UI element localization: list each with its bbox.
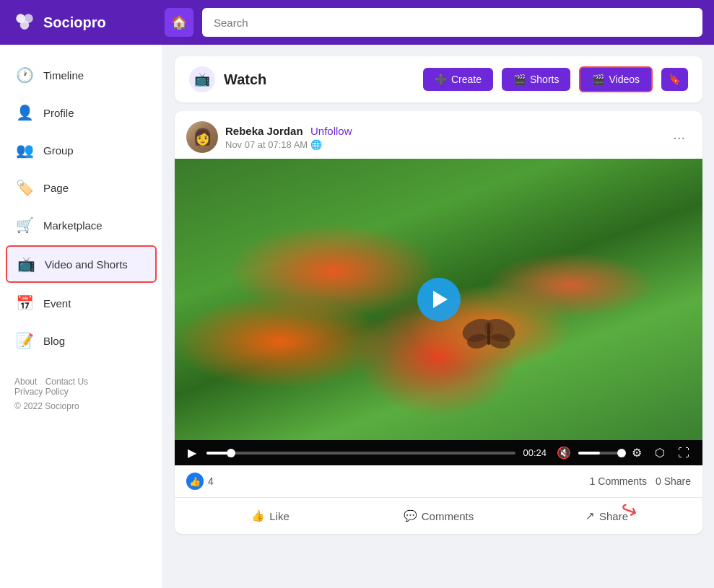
create-button[interactable]: ➕ Create xyxy=(423,68,493,91)
bookmark-button[interactable]: 🔖 xyxy=(661,68,688,91)
logo: Sociopro xyxy=(12,9,156,35)
video-controls: ▶ 00:24 🔇 xyxy=(175,440,702,465)
avatar-image: 👩 xyxy=(186,121,218,153)
comments-stat: 1 Comments xyxy=(590,475,647,487)
share-label: Share xyxy=(664,475,691,487)
post-meta: Rebeka Jordan Unfollow Nov 07 at 07:18 A… xyxy=(225,125,660,150)
header: Sociopro 🏠 xyxy=(0,0,714,45)
watch-header: 📺 Watch ➕ Create 🎬 Shorts 🎬 Videos 🔖 xyxy=(175,56,702,102)
sidebar-label-group: Group xyxy=(43,144,74,157)
group-icon: 👥 xyxy=(14,140,35,160)
unfollow-button[interactable]: Unfollow xyxy=(310,125,352,137)
timestamp-text: Nov 07 at 07:18 AM xyxy=(225,139,308,150)
post-reactions: 👍 4 1 Comments 0 Share xyxy=(175,465,702,498)
comments-label: Comments xyxy=(598,475,647,487)
comment-icon: 💬 xyxy=(404,509,417,522)
sidebar-label-marketplace: Marketplace xyxy=(43,219,103,232)
contact-us-link[interactable]: Contact Us xyxy=(45,377,88,387)
butterfly-decoration xyxy=(460,312,518,356)
watch-title: Watch xyxy=(224,71,414,88)
volume-fill xyxy=(578,452,600,455)
svg-point-2 xyxy=(20,20,30,30)
pip-button[interactable]: ⬡ xyxy=(652,446,668,460)
copyright-text: © 2022 Sociopro xyxy=(14,401,79,411)
post-card: 👩 Rebeka Jordan Unfollow Nov 07 at 07:18… xyxy=(175,111,702,534)
settings-button[interactable]: ⚙ xyxy=(629,446,645,460)
videos-label: Videos xyxy=(609,74,640,85)
sidebar-item-marketplace[interactable]: 🛒 Marketplace xyxy=(0,206,162,244)
sidebar-label-page: Page xyxy=(43,182,69,194)
sidebar-item-event[interactable]: 📅 Event xyxy=(0,284,162,322)
profile-icon: 👤 xyxy=(14,102,35,123)
sidebar-item-page[interactable]: 🏷️ Page xyxy=(0,169,162,206)
sidebar-item-blog[interactable]: 📝 Blog xyxy=(0,322,162,359)
plus-icon: ➕ xyxy=(435,74,447,85)
share-button[interactable]: ↗ Share xyxy=(523,502,691,530)
globe-icon: 🌐 xyxy=(310,139,322,150)
like-label: Like xyxy=(269,510,289,522)
logo-text: Sociopro xyxy=(43,14,106,31)
volume-bar[interactable] xyxy=(578,452,622,455)
post-header: 👩 Rebeka Jordan Unfollow Nov 07 at 07:18… xyxy=(175,111,702,159)
sidebar-item-group[interactable]: 👥 Group xyxy=(0,131,162,169)
videos-button[interactable]: 🎬 Videos xyxy=(579,66,653,92)
play-button[interactable] xyxy=(417,278,461,321)
comments-count: 1 xyxy=(590,475,596,487)
film-icon: 🎬 xyxy=(513,74,526,85)
marketplace-icon: 🛒 xyxy=(14,215,35,235)
sidebar-item-timeline[interactable]: 🕐 Timeline xyxy=(0,56,162,94)
comments-button[interactable]: 💬 Comments xyxy=(354,502,523,530)
blog-icon: 📝 xyxy=(14,330,35,351)
like-button[interactable]: 👍 Like xyxy=(186,502,354,530)
video-thumbnail[interactable] xyxy=(175,159,702,440)
more-options-button[interactable]: ··· xyxy=(667,126,691,149)
like-count: 👍 4 xyxy=(186,473,214,490)
sidebar-label-video-and-shorts: Video and Shorts xyxy=(45,258,128,271)
post-timestamp: Nov 07 at 07:18 AM 🌐 xyxy=(225,139,660,150)
home-button[interactable]: 🏠 xyxy=(165,8,193,37)
mute-button[interactable]: 🔇 xyxy=(554,446,574,460)
search-input[interactable] xyxy=(202,8,702,37)
watch-icon: 📺 xyxy=(189,66,215,92)
sidebar-label-timeline: Timeline xyxy=(43,69,84,82)
volume-area: 🔇 xyxy=(554,446,622,460)
main-content: 📺 Watch ➕ Create 🎬 Shorts 🎬 Videos 🔖 xyxy=(163,45,714,588)
sidebar-label-event: Event xyxy=(43,297,71,310)
sidebar-footer: About Contact Us Privacy Policy © 2022 S… xyxy=(0,365,162,423)
reaction-stats: 1 Comments 0 Share xyxy=(590,475,691,487)
share-count: 0 xyxy=(656,475,661,487)
progress-fill xyxy=(206,452,231,455)
avatar: 👩 xyxy=(186,121,218,153)
play-triangle xyxy=(433,291,448,308)
layout: 🕐 Timeline 👤 Profile 👥 Group 🏷️ Page 🛒 M… xyxy=(0,45,714,588)
sidebar-label-blog: Blog xyxy=(43,335,65,347)
progress-dot xyxy=(227,449,235,457)
post-author: Rebeka Jordan xyxy=(225,125,303,137)
create-label: Create xyxy=(451,74,482,85)
like-icon: 👍 xyxy=(251,509,265,522)
comments-action-label: Comments xyxy=(422,510,474,522)
thumb-up-icon: 👍 xyxy=(186,473,204,490)
post-actions: 👍 Like 💬 Comments ↗ Share ↪ xyxy=(175,498,702,534)
shorts-button[interactable]: 🎬 Shorts xyxy=(502,68,570,91)
fullscreen-button[interactable]: ⛶ xyxy=(675,447,692,460)
page-icon: 🏷️ xyxy=(14,177,35,198)
sidebar: 🕐 Timeline 👤 Profile 👥 Group 🏷️ Page 🛒 M… xyxy=(0,45,163,588)
play-pause-button[interactable]: ▶ xyxy=(185,446,199,460)
sidebar-item-profile[interactable]: 👤 Profile xyxy=(0,94,162,131)
shorts-label: Shorts xyxy=(530,74,559,85)
privacy-policy-link[interactable]: Privacy Policy xyxy=(14,387,69,397)
about-link[interactable]: About xyxy=(14,377,37,387)
video-container: ▶ 00:24 🔇 xyxy=(175,159,702,465)
logo-icon xyxy=(12,9,38,35)
sidebar-label-profile: Profile xyxy=(43,107,74,119)
video-icon: 🎬 xyxy=(592,74,604,85)
sidebar-item-video-and-shorts[interactable]: 📺 Video and Shorts xyxy=(6,245,157,283)
bookmark-icon: 🔖 xyxy=(669,74,681,85)
video-shorts-icon: 📺 xyxy=(16,254,36,274)
video-time: 00:24 xyxy=(523,447,547,458)
likes-number: 4 xyxy=(208,475,214,487)
event-icon: 📅 xyxy=(14,293,35,313)
progress-bar[interactable] xyxy=(206,452,515,455)
share-stat: 0 Share xyxy=(656,475,691,487)
